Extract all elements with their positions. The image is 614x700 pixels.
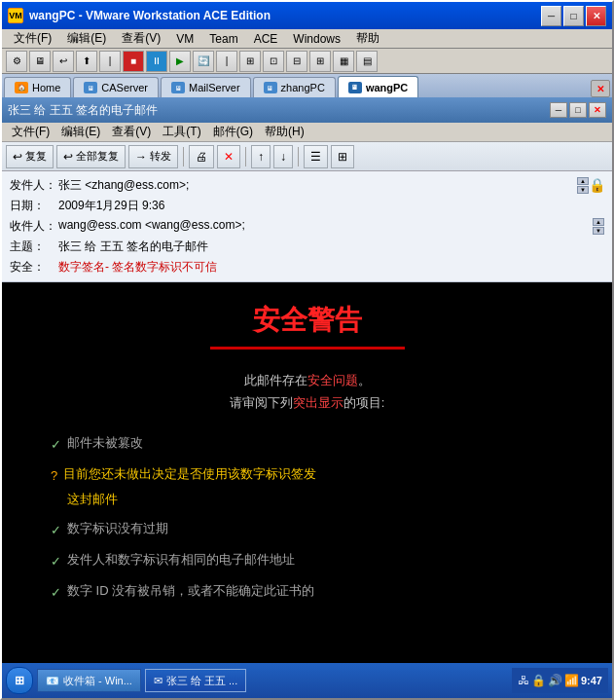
menu-file[interactable]: 文件(F) bbox=[6, 28, 59, 49]
from-row: 发件人： 张三 <zhang@ess.com>; ▲ ▼ 🔒 bbox=[10, 175, 604, 196]
menu-windows[interactable]: Windows bbox=[285, 30, 348, 48]
tabs-close-button[interactable]: ✕ bbox=[591, 80, 610, 97]
extra-button[interactable]: ⊞ bbox=[331, 145, 354, 168]
to-arrow-up[interactable]: ▲ bbox=[593, 218, 604, 226]
toolbar-separator-1 bbox=[183, 147, 184, 166]
start-button[interactable]: ⊞ bbox=[6, 667, 33, 694]
email-title-controls: ─ □ ✕ bbox=[550, 102, 606, 118]
prev-button[interactable]: ↑ bbox=[251, 145, 271, 168]
tray-icon-network: 🖧 bbox=[518, 674, 529, 687]
system-tray: 🖧 🔒 🔊 📶 9:47 bbox=[512, 668, 608, 693]
intro2-suffix: 的项目: bbox=[343, 395, 385, 410]
toolbar-btn-13[interactable]: ⊟ bbox=[286, 51, 307, 72]
toolbar-btn-1[interactable]: ⚙ bbox=[6, 51, 27, 72]
toolbar-btn-14[interactable]: ⊞ bbox=[309, 51, 331, 72]
intro-highlight: 安全问题 bbox=[307, 373, 358, 387]
forward-icon: → bbox=[135, 150, 147, 164]
minimize-button[interactable]: ─ bbox=[541, 6, 561, 26]
delete-button[interactable]: ✕ bbox=[217, 145, 240, 168]
title-bar: VM wangPC - VMware Workstation ACE Editi… bbox=[2, 2, 612, 29]
arrow-up[interactable]: ▲ bbox=[577, 177, 589, 185]
home-tab-icon: 🏠 bbox=[15, 82, 28, 93]
email-maximize-button[interactable]: □ bbox=[569, 102, 587, 118]
email-menu-tools[interactable]: 工具(T) bbox=[157, 122, 206, 142]
menu-ace[interactable]: ACE bbox=[246, 30, 286, 48]
date-row: 日期： 2009年1月29日 9:36 bbox=[10, 196, 604, 216]
tray-icon-security: 🔒 bbox=[531, 674, 546, 687]
security-row: 安全： 数字签名- 签名数字标识不可信 bbox=[10, 257, 604, 277]
extra-icon: ⊞ bbox=[338, 150, 347, 164]
email-title-bar: 张三 给 王五 签名的电子邮件 ─ □ ✕ bbox=[2, 97, 612, 123]
reply-all-button[interactable]: ↩ 全部复复 bbox=[56, 145, 126, 168]
toolbar-separator-2 bbox=[245, 147, 246, 166]
toolbar-btn-6[interactable]: ■ bbox=[123, 51, 144, 72]
mailserver-tab-label: MailServer bbox=[189, 82, 240, 93]
item-text-5: 数字 ID 没有被吊销，或者不能确定此证书的 bbox=[67, 578, 314, 604]
email-minimize-button[interactable]: ─ bbox=[550, 102, 567, 118]
item-text-4: 发件人和数字标识有相同的电子邮件地址 bbox=[67, 547, 295, 572]
tab-caserver[interactable]: 🖥 CAServer bbox=[73, 77, 159, 97]
toolbar-btn-4[interactable]: ⬆ bbox=[76, 51, 97, 72]
security-divider bbox=[210, 347, 405, 350]
next-button[interactable]: ↓ bbox=[273, 145, 293, 168]
toolbar-btn-11[interactable]: ⊞ bbox=[239, 51, 261, 72]
security-item-3: ✓ 数字标识没有过期 bbox=[51, 516, 583, 543]
email-menu-mail[interactable]: 邮件(G) bbox=[207, 122, 259, 142]
email-menu-bar: 文件(F) 编辑(E) 查看(V) 工具(T) 邮件(G) 帮助(H) bbox=[2, 123, 612, 142]
toolbar-btn-10[interactable]: | bbox=[216, 51, 237, 72]
close-button[interactable]: ✕ bbox=[586, 6, 606, 26]
to-row: 收件人： wang@ess.com <wang@ess.com>; ▲ ▼ bbox=[10, 216, 604, 237]
print-icon: 🖨 bbox=[196, 150, 207, 164]
taskbar-right: 🖧 🔒 🔊 📶 9:47 bbox=[512, 668, 608, 693]
reply-button[interactable]: ↩ 复复 bbox=[6, 145, 54, 168]
to-arrows: ▲ ▼ bbox=[593, 218, 604, 235]
tab-wangpc[interactable]: 🖥 wangPC bbox=[338, 76, 418, 97]
email-menu-edit[interactable]: 编辑(E) bbox=[55, 122, 106, 142]
toolbar-btn-3[interactable]: ↩ bbox=[53, 51, 74, 72]
toolbar-btn-8[interactable]: ▶ bbox=[169, 51, 191, 72]
toolbar-separator-3 bbox=[298, 147, 299, 166]
print-button[interactable]: 🖨 bbox=[189, 145, 214, 168]
item-text-2: 目前您还未做出决定是否使用该数字标识签发 这封邮件 bbox=[63, 461, 316, 512]
email-menu-file[interactable]: 文件(F) bbox=[6, 122, 55, 142]
email-close-button[interactable]: ✕ bbox=[589, 102, 606, 118]
tab-mailserver[interactable]: 🖥 MailServer bbox=[161, 77, 251, 97]
security-item-5: ✓ 数字 ID 没有被吊销，或者不能确定此证书的 bbox=[51, 578, 583, 606]
toolbar-btn-9[interactable]: 🔄 bbox=[193, 51, 214, 72]
next-icon: ↓ bbox=[280, 150, 286, 164]
arrow-down[interactable]: ▼ bbox=[577, 186, 589, 194]
maximize-button[interactable]: □ bbox=[563, 6, 584, 26]
main-toolbar: ⚙ 🖥 ↩ ⬆ | ■ ⏸ ▶ 🔄 | ⊞ ⊡ ⊟ ⊞ ▦ ▤ bbox=[2, 49, 612, 74]
menu-view[interactable]: 查看(V) bbox=[114, 28, 168, 49]
email-menu-view[interactable]: 查看(V) bbox=[106, 122, 157, 142]
toolbar-btn-16[interactable]: ▤ bbox=[356, 51, 378, 72]
date-value: 2009年1月29日 9:36 bbox=[58, 198, 604, 214]
toolbar-btn-7[interactable]: ⏸ bbox=[146, 51, 167, 72]
menu-edit[interactable]: 编辑(E) bbox=[59, 28, 114, 49]
tab-home[interactable]: 🏠 Home bbox=[4, 77, 71, 97]
check-icon-5: ✓ bbox=[51, 580, 61, 606]
zhangpc-tab-icon: 🖥 bbox=[264, 82, 277, 93]
menu-help[interactable]: 帮助 bbox=[348, 28, 387, 49]
taskbar-btn-inbox[interactable]: 📧 收件箱 - Win... bbox=[37, 669, 141, 692]
email-body[interactable]: 安全警告 此邮件存在安全问题。 请审阅下列突出显示的项目: ✓ 邮件未被篡改 ? bbox=[2, 282, 612, 663]
tab-zhangpc[interactable]: 🖥 zhangPC bbox=[253, 77, 336, 97]
email-toolbar: ↩ 复复 ↩ 全部复复 → 转发 🖨 ✕ ↑ ↓ bbox=[2, 142, 612, 171]
to-arrow-down[interactable]: ▼ bbox=[593, 227, 604, 235]
menu-team[interactable]: Team bbox=[201, 30, 245, 48]
toolbar-btn-2[interactable]: 🖥 bbox=[29, 51, 51, 72]
toolbar-btn-15[interactable]: ▦ bbox=[333, 51, 354, 72]
toolbar-btn-5[interactable]: | bbox=[99, 51, 121, 72]
taskbar-btn-email[interactable]: ✉ 张三 给 王五 ... bbox=[145, 669, 246, 692]
intro-prefix: 此邮件存在 bbox=[244, 373, 307, 387]
menu-vm[interactable]: VM bbox=[168, 30, 201, 48]
security-label: 安全： bbox=[10, 259, 58, 276]
inbox-icon: 📧 bbox=[46, 675, 59, 687]
from-value: 张三 <zhang@ess.com>; bbox=[58, 177, 573, 194]
more-button[interactable]: ☰ bbox=[304, 145, 328, 168]
toolbar-btn-12[interactable]: ⊡ bbox=[263, 51, 284, 72]
email-menu-help[interactable]: 帮助(H) bbox=[259, 122, 310, 142]
item-text-1: 邮件未被篡改 bbox=[67, 430, 143, 456]
forward-button[interactable]: → 转发 bbox=[128, 145, 178, 168]
inbox-label: 收件箱 - Win... bbox=[63, 674, 132, 688]
